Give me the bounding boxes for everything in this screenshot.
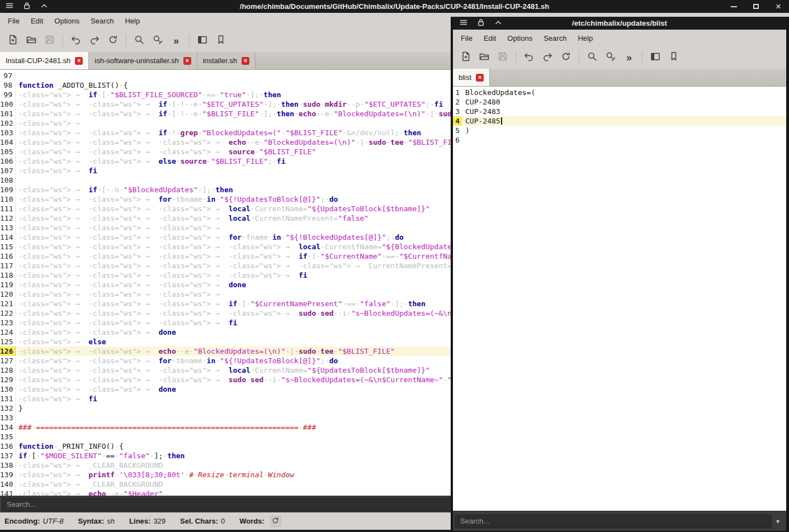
menu-search[interactable]: Search <box>85 15 119 27</box>
tab-ish-software-uninstaller.sh[interactable]: ish-software-uninstaller.sh× <box>89 52 197 69</box>
reload-button[interactable] <box>558 49 574 66</box>
chevron-down-icon: ▾ <box>776 517 779 525</box>
side-pane-icon <box>650 51 661 64</box>
text-cursor <box>501 117 502 125</box>
code-line[interactable]: 2CUP-2480 <box>453 97 786 107</box>
line-number: 6 <box>453 135 462 145</box>
find-replace-button[interactable] <box>602 49 619 66</box>
menu-help[interactable]: Help <box>572 32 598 45</box>
line-text <box>16 413 18 422</box>
menu-options[interactable]: Options <box>49 15 85 27</box>
close-tab-icon[interactable]: × <box>476 74 484 82</box>
menu-button[interactable] <box>459 18 469 28</box>
scroll-top-button[interactable] <box>493 18 503 28</box>
line-number: 128 <box>0 365 16 375</box>
line-text: ·class="ws"> → _CLEAR_BACKGROUND <box>16 479 163 489</box>
open-button[interactable] <box>476 49 493 66</box>
redo-button[interactable] <box>539 49 556 66</box>
close-tab-icon[interactable]: × <box>75 57 83 65</box>
redo-button[interactable] <box>86 32 103 49</box>
search-icon <box>587 51 598 64</box>
menu-search[interactable]: Search <box>538 32 572 45</box>
line-text <box>16 432 18 441</box>
open-icon <box>479 51 490 64</box>
menu-edit[interactable]: Edit <box>478 32 502 45</box>
line-text: ·class="ws"> → ·class="ws"> → ·class="ws… <box>16 375 504 384</box>
save-icon <box>497 51 508 64</box>
reload-button[interactable] <box>105 32 121 49</box>
line-text: ·class="ws"> → ·class="ws"> → ·class="ws… <box>16 261 478 270</box>
redo-icon <box>89 34 100 48</box>
code-editor[interactable]: 1BlockedUpdates=(2CUP-24803CUP-24834CUP-… <box>453 87 786 511</box>
save-button[interactable] <box>494 49 511 66</box>
find-replace-button[interactable] <box>149 32 166 49</box>
side-pane-button[interactable] <box>647 49 664 66</box>
close-tab-icon[interactable]: × <box>242 57 249 65</box>
line-text <box>16 71 18 80</box>
menu-file[interactable]: File <box>2 15 25 27</box>
code-line[interactable]: 6 <box>453 135 786 145</box>
titlebar-left-icons <box>459 17 503 30</box>
tab-installer.sh[interactable]: installer.sh× <box>197 52 256 69</box>
menu-help[interactable]: Help <box>119 15 145 27</box>
overflow-menu-button[interactable]: » <box>621 49 637 66</box>
bookmark-button[interactable] <box>212 32 229 49</box>
undo-button[interactable] <box>521 49 537 66</box>
close-tab-icon[interactable]: × <box>183 57 191 65</box>
undo-button[interactable] <box>68 32 84 49</box>
search-options-button[interactable]: ▾ <box>772 515 784 528</box>
search-button[interactable] <box>131 32 148 49</box>
line-number: 109 <box>0 185 16 194</box>
line-number: 99 <box>0 90 16 99</box>
line-text: ·class="ws"> → ·class="ws"> → ·class="ws… <box>16 289 229 299</box>
menu-button[interactable] <box>4 2 15 12</box>
menu-file[interactable]: File <box>455 32 478 45</box>
tabbar: blist× <box>453 69 786 87</box>
line-text: ·class="ws"> → ·class="ws"> → ·class="ws… <box>16 280 246 289</box>
tab-blist[interactable]: blist× <box>453 69 490 86</box>
line-number: 119 <box>0 280 16 289</box>
line-text: ·class="ws"> → ·class="ws"> → ·class="ws… <box>16 242 500 251</box>
word-count-refresh-button[interactable] <box>270 516 281 527</box>
side-pane-button[interactable] <box>194 32 211 49</box>
new-file-button[interactable] <box>4 32 21 49</box>
menu-options[interactable]: Options <box>502 32 538 45</box>
line-text: ·class="ws"> → ·class="ws"> → ·class="ws… <box>16 137 469 147</box>
line-number: 122 <box>0 308 16 318</box>
tab-label: installer.sh <box>203 56 237 65</box>
undo-icon <box>70 34 82 48</box>
lock-button[interactable] <box>476 18 486 28</box>
tab-Install-CUP-2481.sh[interactable]: Install-CUP-2481.sh× <box>0 52 89 69</box>
save-button[interactable] <box>41 32 58 49</box>
line-number: 116 <box>0 251 16 261</box>
line-text: ·class="ws"> → ·class="ws"> → ·class="ws… <box>16 147 316 156</box>
open-button[interactable] <box>23 32 40 49</box>
maximize-button[interactable] <box>752 3 760 11</box>
minimize-button[interactable] <box>730 3 738 11</box>
new-file-button[interactable] <box>457 49 474 66</box>
line-number: 134 <box>0 422 16 432</box>
find-replace-icon <box>605 51 616 64</box>
line-number: 111 <box>0 204 16 213</box>
lock-button[interactable] <box>22 2 32 12</box>
code-line[interactable]: 3CUP-2483 <box>453 107 786 116</box>
line-text: ·class="ws"> → ·class="ws"> → ·class="ws… <box>16 365 430 375</box>
reload-icon <box>107 34 119 48</box>
status-field: Encoding:UTF-8 <box>4 517 63 525</box>
bookmark-button[interactable] <box>665 49 682 66</box>
line-text: ·class="ws"> → ·class="ws"> → ·class="ws… <box>16 213 368 223</box>
scroll-top-button[interactable] <box>39 2 49 12</box>
code-line[interactable]: 5) <box>453 126 786 135</box>
line-text: ·class="ws"> → else <box>16 337 106 346</box>
line-text: ·class="ws"> → ·class="ws"> → for·tbname… <box>16 356 338 365</box>
menu-edit[interactable]: Edit <box>25 15 49 27</box>
search-button[interactable] <box>584 49 601 66</box>
toolbar-separator <box>189 34 190 48</box>
close-button[interactable]: × <box>774 3 782 11</box>
line-text <box>462 135 465 145</box>
line-number: 124 <box>0 327 16 337</box>
code-line[interactable]: 1BlockedUpdates=( <box>453 88 786 97</box>
search-input[interactable] <box>455 515 772 528</box>
overflow-menu-button[interactable]: » <box>168 32 185 49</box>
code-line[interactable]: 4CUP-2485 <box>453 116 786 126</box>
